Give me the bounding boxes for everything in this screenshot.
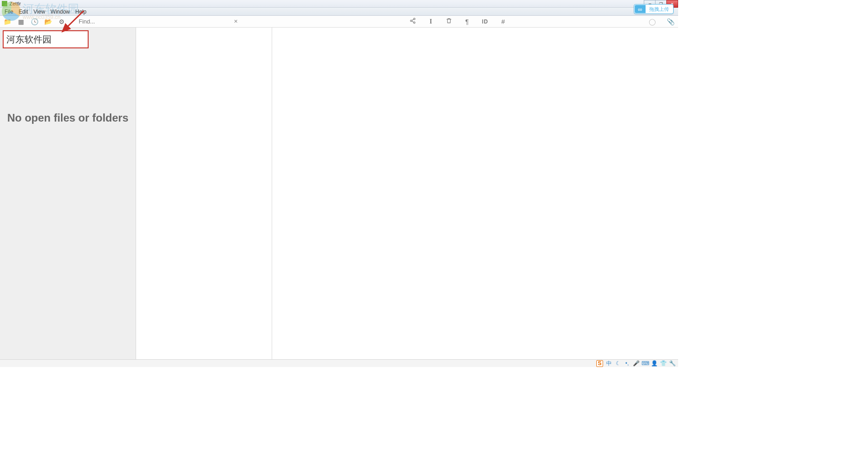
cloud-icon: ∞ xyxy=(635,5,646,13)
svg-point-0 xyxy=(414,18,415,20)
menu-bar: File Edit View Window Help xyxy=(0,8,678,16)
info-icon[interactable]: I xyxy=(427,18,435,25)
id-icon[interactable]: ID xyxy=(481,19,489,25)
menu-view[interactable]: View xyxy=(31,9,48,15)
lang-indicator[interactable]: 中 xyxy=(606,360,612,367)
title-bar: Zettlr ━ ❐ ✕ xyxy=(0,0,678,8)
upload-badge[interactable]: ∞ 拖拽上传 xyxy=(634,4,674,14)
new-folder-icon[interactable]: 📂 xyxy=(44,18,52,25)
toolbar-left: 📁 ▦ 🕓 📂 ⚙ xyxy=(4,18,65,25)
circle-icon[interactable]: ◯ xyxy=(648,18,656,25)
editor-divider xyxy=(272,28,272,359)
status-bar: S 中 ☾ •, 🎤 ⌨ 👤 👕 🔧 xyxy=(0,359,678,367)
find-clear-icon[interactable]: ✕ xyxy=(230,19,241,24)
menu-file[interactable]: File xyxy=(2,9,16,15)
folder-icon[interactable]: 📁 xyxy=(4,18,11,25)
workspace: No open files or folders xyxy=(0,28,678,359)
svg-point-1 xyxy=(410,20,412,22)
paragraph-icon[interactable]: ¶ xyxy=(463,18,471,25)
menu-help[interactable]: Help xyxy=(73,9,90,15)
person-icon[interactable]: 👤 xyxy=(651,360,657,367)
punct-icon[interactable]: •, xyxy=(624,360,630,367)
app-title: Zettlr xyxy=(9,1,21,6)
wrench-icon[interactable]: 🔧 xyxy=(669,360,675,367)
editor-pane[interactable] xyxy=(136,28,678,359)
toolbar-right: I ¶ ID # ◯ 📎 xyxy=(409,18,675,25)
sidebar: No open files or folders xyxy=(0,28,136,359)
mic-icon[interactable]: 🎤 xyxy=(633,360,639,367)
find-input[interactable] xyxy=(79,18,230,25)
hash-icon[interactable]: # xyxy=(499,18,507,25)
menu-window[interactable]: Window xyxy=(48,9,73,15)
settings-icon[interactable]: ⚙ xyxy=(58,18,65,25)
recent-icon[interactable]: 🕓 xyxy=(31,18,38,25)
keyboard-icon[interactable]: ⌨ xyxy=(642,360,648,367)
app-icon xyxy=(2,1,7,6)
toolbar: 📁 ▦ 🕓 📂 ⚙ ✕ I ¶ ID # ◯ 📎 ∞ 拖拽上传 xyxy=(0,16,678,28)
new-file-input-container xyxy=(3,30,89,48)
paperclip-icon[interactable]: 📎 xyxy=(666,18,675,25)
svg-point-2 xyxy=(414,22,415,24)
share-icon[interactable] xyxy=(409,18,417,25)
stats-icon[interactable]: ▦ xyxy=(17,18,24,25)
new-file-input[interactable] xyxy=(6,34,85,45)
moon-icon[interactable]: ☾ xyxy=(615,360,621,367)
upload-badge-label: 拖拽上传 xyxy=(646,5,673,13)
menu-edit[interactable]: Edit xyxy=(16,9,31,15)
find-wrap: ✕ xyxy=(79,18,241,25)
sidebar-empty-message: No open files or folders xyxy=(0,112,136,124)
ime-icon[interactable]: S xyxy=(596,360,603,367)
skin-icon[interactable]: 👕 xyxy=(660,360,666,367)
trash-icon[interactable] xyxy=(445,18,453,25)
